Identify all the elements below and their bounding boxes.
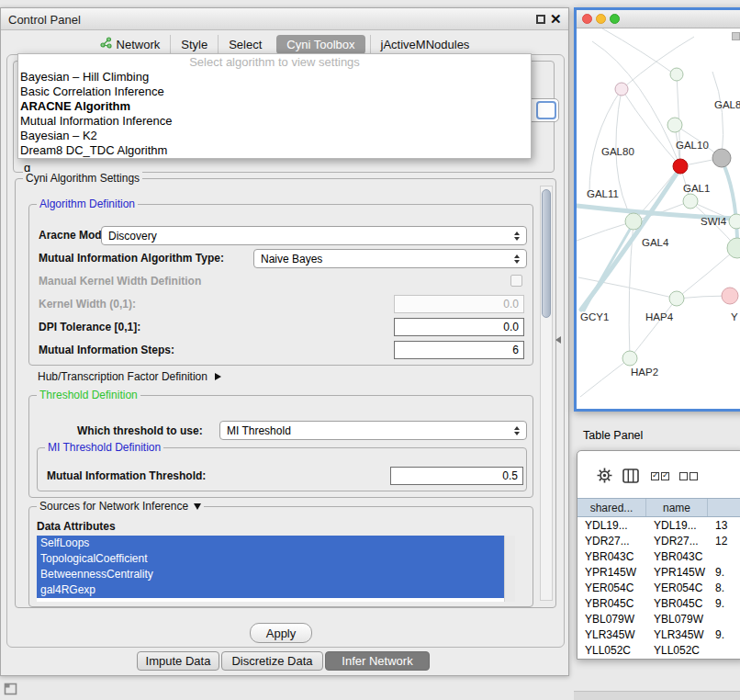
zoom-traffic-light[interactable] [610, 14, 620, 24]
expand-right-icon[interactable] [215, 373, 221, 380]
tab-select[interactable]: Select [218, 35, 272, 54]
table-cell: 12 [708, 535, 740, 548]
network-node[interactable] [622, 351, 637, 366]
mi-steps-label: Mutual Information Steps: [39, 342, 174, 358]
manual-kernel-width-checkbox[interactable] [510, 275, 522, 287]
table-cell: YBL079W [577, 613, 646, 626]
table-row[interactable]: YBR045CYBR045C9. [577, 595, 740, 611]
dpi-tolerance-field[interactable]: 0.0 [394, 318, 524, 336]
table-panel-title: Table Panel [583, 429, 643, 442]
dropdown-item[interactable]: Bayesian – Hill Climbing [18, 70, 531, 85]
node-label: GAL4 [642, 237, 669, 248]
data-attributes-list[interactable]: SelfLoops TopologicalCoefficient Between… [37, 536, 515, 602]
table-row[interactable]: YBL079WYBL079W [577, 611, 740, 627]
dropdown-item[interactable]: Basic Correlation Inference [18, 85, 531, 99]
tab-label: Network [117, 38, 161, 51]
data-attributes-label: Data Attributes [37, 518, 116, 535]
network-window-titlebar[interactable] [577, 10, 740, 28]
network-node-selected-red[interactable] [673, 159, 688, 174]
table-cell: YLR345W [646, 628, 708, 641]
table-cell: YLL052C [646, 644, 708, 657]
dpi-tolerance-label: DPI Tolerance [0,1]: [39, 319, 140, 335]
splitter-handle[interactable] [555, 336, 561, 344]
minimize-traffic-light[interactable] [596, 14, 606, 24]
table-cell: YBR043C [577, 550, 646, 563]
tab-impute-data[interactable]: Impute Data [137, 651, 219, 671]
table-cell: 9. [708, 597, 740, 610]
table-row[interactable]: YDL19...YDL19...13 [577, 517, 740, 533]
table-row[interactable]: YBR043CYBR043C [577, 548, 740, 564]
control-panel-title: Control Panel [8, 13, 81, 27]
network-node-gray[interactable] [712, 149, 731, 167]
network-node[interactable] [683, 194, 698, 209]
network-node[interactable] [615, 83, 628, 96]
table-row[interactable]: YDR27...YDR27...12 [577, 533, 740, 548]
mi-algorithm-type-combo[interactable]: Naive Bayes [253, 249, 527, 268]
columns-icon[interactable] [622, 469, 639, 483]
table-row[interactable]: YLL052CYLL052C [577, 642, 740, 658]
mi-steps-field[interactable]: 6 [394, 341, 524, 359]
network-node[interactable] [722, 288, 738, 304]
kernel-width-field[interactable]: 0.0 [394, 295, 524, 313]
which-threshold-combo[interactable]: MI Threshold [219, 421, 527, 440]
combo-value: Naive Bayes [254, 253, 510, 265]
table-cell: YDR27... [577, 535, 646, 548]
table-row[interactable]: YLR345WYLR345W9. [577, 627, 740, 642]
group-title: Threshold Definition [37, 389, 140, 402]
tab-cyni-toolbox[interactable]: Cyni Toolbox [276, 35, 364, 54]
float-window-icon[interactable] [536, 15, 545, 24]
scrollbar-thumb[interactable] [542, 189, 551, 318]
tab-jactivemnodules[interactable]: jActiveMNodules [370, 35, 480, 54]
combo-value: Discovery [102, 230, 510, 243]
select-none-icon[interactable] [679, 472, 700, 480]
list-item[interactable]: BetweennessCentrality [37, 567, 504, 582]
collapse-down-icon[interactable] [194, 503, 201, 510]
apply-button[interactable]: Apply [250, 623, 312, 643]
control-panel-window: Control Panel ✕ Network Style Select Cyn… [0, 7, 569, 676]
node-label: GCY1 [580, 311, 609, 322]
restore-panel-icon[interactable] [4, 682, 18, 700]
list-item[interactable]: TopologicalCoefficient [37, 551, 504, 567]
close-traffic-light[interactable] [582, 14, 592, 24]
table-cell: YBR045C [646, 597, 708, 610]
group-title: Sources for Network Inference [37, 500, 204, 514]
close-icon[interactable]: ✕ [550, 11, 562, 28]
tab-style[interactable]: Style [170, 35, 218, 54]
network-node[interactable] [667, 118, 682, 132]
gear-icon[interactable] [597, 468, 612, 483]
control-panel-titlebar[interactable]: Control Panel ✕ [1, 8, 568, 30]
dropdown-item-selected[interactable]: ARACNE Algorithm [18, 99, 531, 114]
hub-transcription-factor-section[interactable]: Hub/Transcription Factor Definition [38, 368, 221, 385]
dropdown-item[interactable]: Mutual Information Inference [18, 114, 531, 129]
table-cell: YBR043C [646, 550, 708, 563]
manual-kernel-width-label: Manual Kernel Width Definition [39, 273, 201, 289]
table-row[interactable]: YPR145WYPR145W9. [577, 564, 740, 580]
dropdown-item[interactable]: Dream8 DC_TDC Algorithm [18, 143, 531, 158]
tab-discretize-data[interactable]: Discretize Data [221, 651, 323, 671]
list-item[interactable]: SelfLoops [37, 536, 504, 551]
combo-stepper-button[interactable] [536, 101, 556, 119]
tab-infer-network[interactable]: Infer Network [325, 651, 430, 671]
column-header-name[interactable]: name [646, 499, 708, 516]
which-threshold-label: Which threshold to use: [77, 423, 203, 439]
mi-threshold-field[interactable]: 0.5 [390, 467, 523, 485]
dropdown-item[interactable]: Bayesian – K2 [18, 129, 531, 143]
network-node[interactable] [669, 291, 684, 306]
table-cell: 9. [708, 566, 740, 579]
table-row[interactable]: YER054CYER054C8. [577, 580, 740, 595]
aracne-mode-combo[interactable]: Discovery [101, 226, 527, 245]
network-canvas[interactable]: GAL8 GAL80 GAL10 GAL11 GAL1 SWI4 GAL4 GC… [577, 28, 740, 409]
settings-scrollbar[interactable] [540, 186, 553, 601]
column-header-clipped[interactable] [708, 499, 740, 516]
tab-label: Cyni Toolbox [286, 38, 354, 51]
network-node[interactable] [729, 214, 740, 229]
list-scrollbar[interactable] [504, 536, 515, 602]
hub-section-label: Hub/Transcription Factor Definition [38, 368, 207, 385]
list-item[interactable]: gal4RGexp [37, 582, 504, 598]
column-header-shared-name[interactable]: shared... [577, 499, 646, 516]
node-label: GAL80 [601, 146, 634, 157]
network-node[interactable] [625, 213, 642, 230]
select-all-icon[interactable] [651, 472, 671, 480]
network-node[interactable] [670, 68, 683, 81]
tab-network[interactable]: Network [90, 35, 171, 54]
